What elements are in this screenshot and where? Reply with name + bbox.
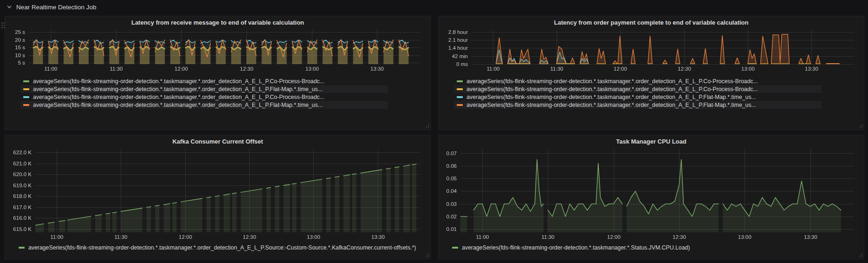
- legend-label: averageSeries(fds-flink-streaming-order-…: [33, 78, 324, 85]
- series-color-dash: [23, 88, 29, 90]
- panel-title[interactable]: Latency from order payment complete to e…: [442, 16, 861, 27]
- panel-title[interactable]: Task Manager CPU Load: [442, 135, 861, 146]
- legend-item[interactable]: averageSeries(fds-flink-streaming-order-…: [454, 77, 822, 85]
- legend-label: averageSeries(fds-flink-streaming-order-…: [33, 86, 323, 92]
- series-color-dash: [452, 247, 458, 249]
- legend-item[interactable]: averageSeries(fds-flink-streaming-order-…: [454, 101, 822, 109]
- panel-kafka-offset: Kafka Consumer Current Offset averageSer…: [5, 135, 431, 259]
- kafka-offset-chart[interactable]: [8, 146, 427, 242]
- legend: averageSeries(fds-flink-streaming-order-…: [449, 243, 861, 251]
- legend-label: averageSeries(fds-flink-streaming-order-…: [466, 86, 758, 92]
- legend-item[interactable]: averageSeries(fds-flink-streaming-order-…: [16, 243, 383, 251]
- legend-label: averageSeries(fds-flink-streaming-order-…: [466, 94, 756, 100]
- panel-latency-receive: Latency from receive message to end of v…: [5, 16, 431, 130]
- panel-latency-payment: Latency from order payment complete to e…: [438, 16, 864, 130]
- panel-resize-handle[interactable]: [425, 124, 429, 129]
- latency-receive-chart[interactable]: [8, 27, 427, 73]
- legend-item[interactable]: averageSeries(fds-flink-streaming-order-…: [20, 77, 388, 85]
- legend-label: averageSeries(fds-flink-streaming-order-…: [466, 78, 758, 85]
- panel-grid: Latency from receive message to end of v…: [5, 16, 864, 259]
- panel-resize-handle[interactable]: [425, 253, 429, 258]
- grafana-dashboard: Near Realtime Detection Job Latency from…: [0, 0, 868, 263]
- legend-label: averageSeries(fds-flink-streaming-order-…: [466, 102, 756, 108]
- legend-label: averageSeries(fds-flink-streaming-order-…: [28, 244, 416, 251]
- legend-item[interactable]: averageSeries(fds-flink-streaming-order-…: [454, 85, 822, 93]
- series-color-dash: [457, 104, 463, 106]
- chevron-down-icon: [6, 4, 12, 10]
- series-color-dash: [457, 96, 463, 98]
- cpu-load-chart[interactable]: [442, 146, 861, 242]
- series-color-dash: [23, 104, 29, 106]
- series-color-dash: [23, 96, 29, 98]
- panel-resize-handle[interactable]: [858, 253, 863, 258]
- legend-item[interactable]: averageSeries(fds-flink-streaming-order-…: [449, 243, 817, 251]
- panel-title[interactable]: Kafka Consumer Current Offset: [8, 135, 427, 146]
- row-title: Near Realtime Detection Job: [16, 4, 97, 11]
- series-color-dash: [457, 80, 463, 82]
- series-color-dash: [23, 80, 29, 82]
- panel-resize-handle[interactable]: [858, 124, 863, 129]
- legend: averageSeries(fds-flink-streaming-order-…: [20, 77, 427, 109]
- series-color-dash: [457, 88, 463, 90]
- legend: averageSeries(fds-flink-streaming-order-…: [16, 243, 427, 251]
- series-color-dash: [19, 247, 25, 249]
- legend-label: averageSeries(fds-flink-streaming-order-…: [33, 102, 323, 108]
- latency-payment-chart[interactable]: [442, 27, 861, 73]
- legend: averageSeries(fds-flink-streaming-order-…: [454, 77, 861, 109]
- legend-item[interactable]: averageSeries(fds-flink-streaming-order-…: [454, 93, 822, 101]
- legend-label: averageSeries(fds-flink-streaming-order-…: [462, 244, 690, 251]
- legend-label: averageSeries(fds-flink-streaming-order-…: [33, 94, 324, 100]
- legend-item[interactable]: averageSeries(fds-flink-streaming-order-…: [20, 101, 388, 109]
- legend-item[interactable]: averageSeries(fds-flink-streaming-order-…: [20, 93, 388, 101]
- row-header[interactable]: Near Realtime Detection Job: [0, 0, 868, 14]
- panel-cpu-load: Task Manager CPU Load averageSeries(fds-…: [438, 135, 864, 259]
- legend-item[interactable]: averageSeries(fds-flink-streaming-order-…: [20, 85, 388, 93]
- panel-title[interactable]: Latency from receive message to end of v…: [8, 16, 427, 27]
